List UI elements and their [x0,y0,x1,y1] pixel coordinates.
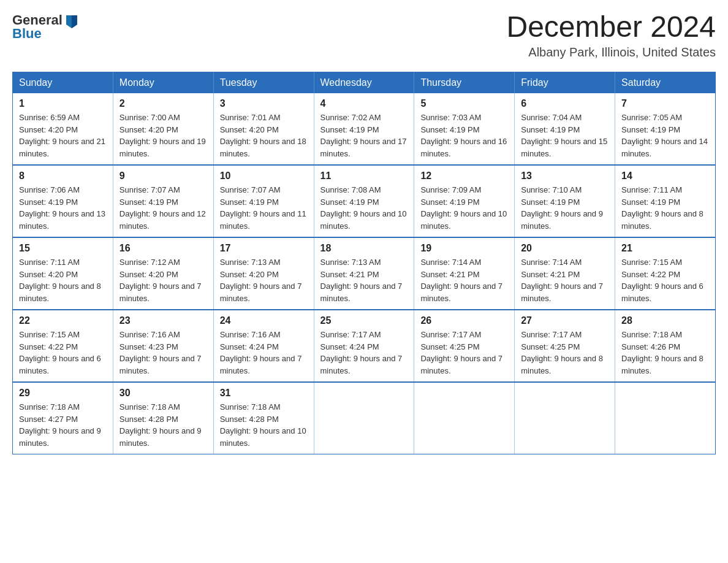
day-info: Sunrise: 7:12 AMSunset: 4:20 PMDaylight:… [119,258,202,303]
logo[interactable]: General Blue [12,12,79,42]
svg-marker-1 [72,15,77,28]
calendar-cell: 27 Sunrise: 7:17 AMSunset: 4:25 PMDaylig… [515,310,615,382]
day-info: Sunrise: 7:11 AMSunset: 4:20 PMDaylight:… [19,258,101,303]
day-info: Sunrise: 7:03 AMSunset: 4:19 PMDaylight:… [420,113,507,158]
calendar-cell: 2 Sunrise: 7:00 AMSunset: 4:20 PMDayligh… [113,93,213,165]
day-number: 5 [420,98,508,109]
calendar-week-row-1: 1 Sunrise: 6:59 AMSunset: 4:20 PMDayligh… [13,93,716,165]
day-info: Sunrise: 7:14 AMSunset: 4:21 PMDaylight:… [521,258,603,303]
calendar-cell: 4 Sunrise: 7:02 AMSunset: 4:19 PMDayligh… [314,93,414,165]
day-info: Sunrise: 7:18 AMSunset: 4:28 PMDaylight:… [119,402,202,448]
day-number: 28 [621,315,709,326]
calendar-cell: 28 Sunrise: 7:18 AMSunset: 4:26 PMDaylig… [615,310,716,382]
day-info: Sunrise: 7:07 AMSunset: 4:19 PMDaylight:… [119,185,206,231]
page-header: General Blue December 2024 Albany Park, … [12,12,716,59]
calendar-cell: 14 Sunrise: 7:11 AMSunset: 4:19 PMDaylig… [615,165,716,237]
day-info: Sunrise: 7:13 AMSunset: 4:20 PMDaylight:… [220,258,302,303]
day-number: 7 [621,98,709,109]
day-info: Sunrise: 6:59 AMSunset: 4:20 PMDaylight:… [19,113,105,158]
calendar-cell: 26 Sunrise: 7:17 AMSunset: 4:25 PMDaylig… [414,310,515,382]
day-info: Sunrise: 7:06 AMSunset: 4:19 PMDaylight:… [19,185,105,231]
day-number: 27 [521,315,609,326]
calendar-cell: 9 Sunrise: 7:07 AMSunset: 4:19 PMDayligh… [113,165,213,237]
calendar-cell [414,382,515,454]
calendar-cell [515,382,615,454]
calendar-cell: 22 Sunrise: 7:15 AMSunset: 4:22 PMDaylig… [13,310,113,382]
calendar-cell: 31 Sunrise: 7:18 AMSunset: 4:28 PMDaylig… [213,382,314,454]
day-number: 4 [320,98,408,109]
calendar-cell: 7 Sunrise: 7:05 AMSunset: 4:19 PMDayligh… [615,93,716,165]
day-info: Sunrise: 7:09 AMSunset: 4:19 PMDaylight:… [420,185,507,231]
calendar-cell: 13 Sunrise: 7:10 AMSunset: 4:19 PMDaylig… [515,165,615,237]
calendar-cell: 6 Sunrise: 7:04 AMSunset: 4:19 PMDayligh… [515,93,615,165]
day-info: Sunrise: 7:15 AMSunset: 4:22 PMDaylight:… [621,258,703,303]
day-number: 24 [220,315,308,326]
day-number: 23 [119,315,207,326]
day-number: 3 [220,98,308,109]
day-number: 2 [119,98,207,109]
calendar-cell: 12 Sunrise: 7:09 AMSunset: 4:19 PMDaylig… [414,165,515,237]
day-info: Sunrise: 7:16 AMSunset: 4:23 PMDaylight:… [119,330,202,375]
day-number: 29 [19,388,107,399]
calendar-cell: 8 Sunrise: 7:06 AMSunset: 4:19 PMDayligh… [13,165,113,237]
day-number: 12 [420,170,508,182]
header-sunday: Sunday [13,72,113,94]
calendar-week-row-4: 22 Sunrise: 7:15 AMSunset: 4:22 PMDaylig… [13,310,716,382]
day-info: Sunrise: 7:08 AMSunset: 4:19 PMDaylight:… [320,185,407,231]
calendar-cell: 19 Sunrise: 7:14 AMSunset: 4:21 PMDaylig… [414,237,515,310]
day-number: 1 [19,98,107,109]
logo-text-blue: Blue [12,26,42,42]
calendar-week-row-2: 8 Sunrise: 7:06 AMSunset: 4:19 PMDayligh… [13,165,716,237]
day-info: Sunrise: 7:11 AMSunset: 4:19 PMDaylight:… [621,185,703,231]
day-number: 25 [320,315,408,326]
day-info: Sunrise: 7:18 AMSunset: 4:28 PMDaylight:… [220,402,306,448]
day-number: 8 [19,170,107,182]
day-number: 31 [220,388,308,399]
day-info: Sunrise: 7:18 AMSunset: 4:26 PMDaylight:… [621,330,703,375]
day-number: 14 [621,170,709,182]
calendar-cell: 21 Sunrise: 7:15 AMSunset: 4:22 PMDaylig… [615,237,716,310]
day-number: 10 [220,170,308,182]
calendar-cell: 1 Sunrise: 6:59 AMSunset: 4:20 PMDayligh… [13,93,113,165]
calendar-cell: 25 Sunrise: 7:17 AMSunset: 4:24 PMDaylig… [314,310,414,382]
calendar-table: Sunday Monday Tuesday Wednesday Thursday… [12,72,716,454]
header-thursday: Thursday [414,72,515,94]
day-number: 13 [521,170,609,182]
day-number: 26 [420,315,508,326]
day-info: Sunrise: 7:05 AMSunset: 4:19 PMDaylight:… [621,113,708,158]
calendar-cell: 29 Sunrise: 7:18 AMSunset: 4:27 PMDaylig… [13,382,113,454]
day-number: 20 [521,243,609,254]
day-info: Sunrise: 7:17 AMSunset: 4:25 PMDaylight:… [521,330,603,375]
calendar-header-row: Sunday Monday Tuesday Wednesday Thursday… [13,72,716,94]
month-title: December 2024 [506,12,716,42]
logo-icon [64,13,79,28]
day-info: Sunrise: 7:10 AMSunset: 4:19 PMDaylight:… [521,185,603,231]
title-section: December 2024 Albany Park, Illinois, Uni… [506,12,716,59]
day-number: 15 [19,243,107,254]
calendar-cell [314,382,414,454]
day-info: Sunrise: 7:17 AMSunset: 4:24 PMDaylight:… [320,330,403,375]
day-info: Sunrise: 7:07 AMSunset: 4:19 PMDaylight:… [220,185,306,231]
day-info: Sunrise: 7:18 AMSunset: 4:27 PMDaylight:… [19,402,101,448]
calendar-cell [615,382,716,454]
calendar-cell: 23 Sunrise: 7:16 AMSunset: 4:23 PMDaylig… [113,310,213,382]
header-friday: Friday [515,72,615,94]
calendar-week-row-5: 29 Sunrise: 7:18 AMSunset: 4:27 PMDaylig… [13,382,716,454]
header-monday: Monday [113,72,213,94]
day-number: 6 [521,98,609,109]
day-number: 9 [119,170,207,182]
day-info: Sunrise: 7:15 AMSunset: 4:22 PMDaylight:… [19,330,101,375]
day-info: Sunrise: 7:16 AMSunset: 4:24 PMDaylight:… [220,330,302,375]
day-info: Sunrise: 7:04 AMSunset: 4:19 PMDaylight:… [521,113,607,158]
day-number: 18 [320,243,408,254]
calendar-cell: 16 Sunrise: 7:12 AMSunset: 4:20 PMDaylig… [113,237,213,310]
calendar-week-row-3: 15 Sunrise: 7:11 AMSunset: 4:20 PMDaylig… [13,237,716,310]
calendar-cell: 30 Sunrise: 7:18 AMSunset: 4:28 PMDaylig… [113,382,213,454]
day-number: 21 [621,243,709,254]
calendar-cell: 11 Sunrise: 7:08 AMSunset: 4:19 PMDaylig… [314,165,414,237]
day-info: Sunrise: 7:00 AMSunset: 4:20 PMDaylight:… [119,113,206,158]
header-wednesday: Wednesday [314,72,414,94]
calendar-cell: 3 Sunrise: 7:01 AMSunset: 4:20 PMDayligh… [213,93,314,165]
day-info: Sunrise: 7:13 AMSunset: 4:21 PMDaylight:… [320,258,403,303]
day-info: Sunrise: 7:14 AMSunset: 4:21 PMDaylight:… [420,258,502,303]
